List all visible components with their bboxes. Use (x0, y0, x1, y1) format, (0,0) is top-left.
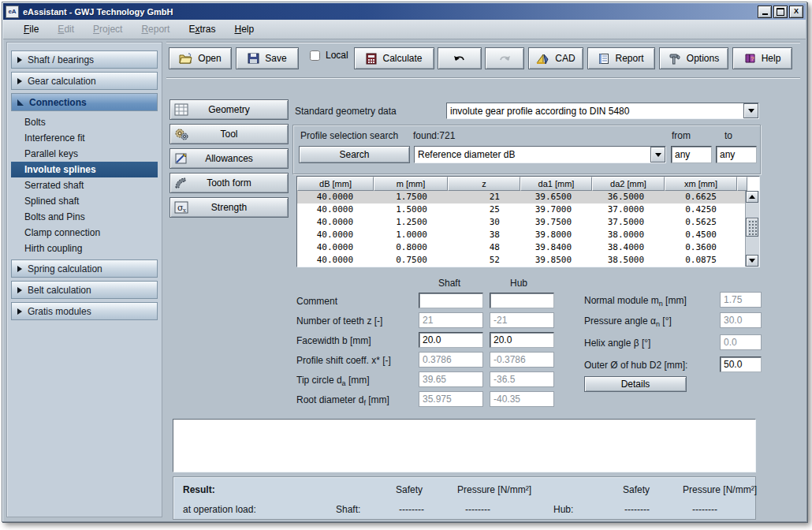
hub-pressure-value: -------- (692, 504, 717, 515)
scroll-up-button[interactable] (746, 191, 758, 203)
table-row[interactable]: 40.00001.25003039.750037.50000.5625 (297, 216, 759, 229)
tab-tooth-form[interactable]: Tooth form (169, 173, 289, 193)
cad-button[interactable]: CAD (528, 47, 583, 69)
sidebar-group-gratis-modules[interactable]: Gratis modules (11, 302, 158, 320)
sidebar-group-label: Gear calculation (28, 76, 96, 87)
normal-module-label: Normal module mn [mm] (584, 295, 687, 308)
standard-geometry-select[interactable]: involute gear profile according to DIN 5… (446, 103, 759, 119)
sidebar-group-label: Belt calculation (28, 285, 91, 296)
outer-hub-diameter-label: Outer Ø of hub D2 [mm]: (584, 360, 687, 372)
triangle-right-icon (17, 308, 22, 315)
search-criteria-select[interactable]: Reference diameter dB (414, 146, 666, 163)
menu-extras[interactable]: Extras (179, 21, 225, 37)
undo-button[interactable] (438, 47, 482, 69)
comment-label: Comment (296, 296, 337, 308)
tab-geometry[interactable]: Geometry (169, 99, 289, 120)
to-input[interactable] (716, 146, 757, 163)
search-button[interactable]: Search (299, 146, 410, 163)
root-diameter-label: Root diameter df [mm] (296, 394, 389, 407)
hub-column-header: Hub (510, 278, 527, 289)
sidebar-group-gear-calculation[interactable]: Gear calculation (11, 72, 158, 90)
sidebar-group-belt-calculation[interactable]: Belt calculation (11, 281, 158, 299)
scrollbar-thumb[interactable] (746, 218, 758, 237)
table-row[interactable]: 40.00001.75002139.650036.50000.6625 (297, 191, 759, 203)
sidebar-item-splined-shaft[interactable]: Splined shaft (11, 193, 158, 209)
tab-strength[interactable]: σx Strength (169, 197, 289, 218)
column-header[interactable]: da1 [mm] (520, 177, 592, 191)
column-header[interactable]: da2 [mm] (592, 177, 665, 191)
sidebar-item-hirth-coupling[interactable]: Hirth coupling (11, 241, 158, 256)
help-button[interactable]: ? Help (732, 47, 792, 69)
safety-header-hub: Safety (623, 484, 650, 495)
sidebar-group-shaft-bearings[interactable]: Shaft / bearings (11, 50, 158, 69)
scroll-down-button[interactable] (746, 255, 758, 267)
column-header-filler (737, 177, 747, 191)
details-button[interactable]: Details (584, 376, 687, 392)
minimize-button[interactable] (758, 6, 772, 18)
outer-hub-diameter-input[interactable] (720, 356, 762, 372)
tools-icon (669, 53, 681, 65)
save-button[interactable]: Save (236, 47, 299, 69)
menu-help[interactable]: Help (225, 21, 263, 37)
divider (166, 77, 800, 79)
table-row[interactable]: 40.00001.00003839.800038.00000.4500 (297, 229, 759, 241)
facewidth-hub-input[interactable] (490, 332, 554, 348)
cad-label: CAD (555, 53, 575, 64)
triangle-down-icon (749, 259, 755, 263)
comment-shaft-input[interactable] (419, 293, 483, 308)
sidebar-group-spring-calculation[interactable]: Spring calculation (11, 259, 158, 278)
close-button[interactable]: X (789, 6, 803, 18)
maximize-button[interactable] (773, 6, 788, 18)
table-row[interactable]: 40.00000.80004839.840038.40000.3600 (297, 241, 759, 254)
dropdown-button[interactable] (650, 147, 665, 162)
table-row[interactable]: 40.00000.75005239.850038.50000.0875 (297, 254, 759, 267)
teeth-hub-field (490, 312, 554, 328)
tab-tool[interactable]: Tool (169, 124, 289, 144)
column-header[interactable]: dB [mm] (297, 177, 374, 191)
shaft-pressure-value: -------- (465, 504, 490, 515)
sidebar-item-serrated-shaft[interactable]: Serrated shaft (11, 177, 158, 193)
tab-label: Geometry (170, 100, 288, 119)
tab-allowances[interactable]: Allowances (169, 148, 289, 169)
from-input[interactable] (671, 146, 712, 163)
to-label: to (724, 130, 732, 141)
report-button[interactable]: Report (587, 47, 655, 69)
title-bar[interactable]: eA eAssistant - GWJ Technology GmbH X (3, 3, 806, 20)
column-header[interactable]: m [mm] (374, 177, 448, 191)
safety-header-shaft: Safety (396, 484, 423, 495)
table-scrollbar[interactable] (745, 191, 759, 267)
menu-file[interactable]: File (14, 21, 48, 37)
options-button[interactable]: Options (659, 47, 728, 69)
local-checkbox[interactable] (310, 50, 320, 61)
column-header[interactable]: z (448, 177, 520, 191)
close-icon: X (794, 8, 799, 15)
helix-angle-field (720, 334, 762, 350)
result-title: Result: (183, 484, 215, 495)
normal-module-field (720, 292, 762, 308)
triangle-right-icon (17, 57, 22, 63)
facewidth-shaft-input[interactable] (419, 332, 483, 348)
redo-arrow-icon (498, 54, 511, 63)
tip-circle-label: Tip circle da [mm] (296, 375, 370, 387)
triangle-up-icon (749, 195, 755, 199)
dropdown-button[interactable] (743, 103, 758, 118)
pressure-header-shaft: Pressure [N/mm²] (457, 484, 531, 495)
comment-hub-input[interactable] (490, 293, 554, 308)
triangle-right-icon (17, 266, 22, 272)
sidebar-item-bolts-and-pins[interactable]: Bolts and Pins (11, 209, 158, 225)
table-row[interactable]: 40.00001.50002539.700037.00000.4250 (297, 203, 759, 216)
profile-shift-shaft-field (419, 352, 483, 368)
tip-circle-shaft-field (419, 371, 483, 387)
calculate-button[interactable]: Calculate (354, 47, 434, 69)
sidebar-item-clamp-connection[interactable]: Clamp connection (11, 225, 158, 241)
column-header[interactable]: xm [mm] (665, 177, 737, 191)
sidebar-item-bolts[interactable]: Bolts (11, 114, 158, 130)
open-button[interactable]: Open (169, 47, 232, 69)
sidebar-group-connections[interactable]: Connections (11, 93, 158, 111)
calculator-icon (366, 53, 377, 65)
sidebar-item-involute-splines[interactable]: Involute splines (11, 162, 158, 177)
triangle-right-icon (17, 287, 22, 293)
sidebar-item-parallel-keys[interactable]: Parallel keys (11, 146, 158, 162)
sidebar-item-interference-fit[interactable]: Interference fit (11, 130, 158, 146)
pressure-header-hub: Pressure [N/mm²] (683, 484, 757, 495)
